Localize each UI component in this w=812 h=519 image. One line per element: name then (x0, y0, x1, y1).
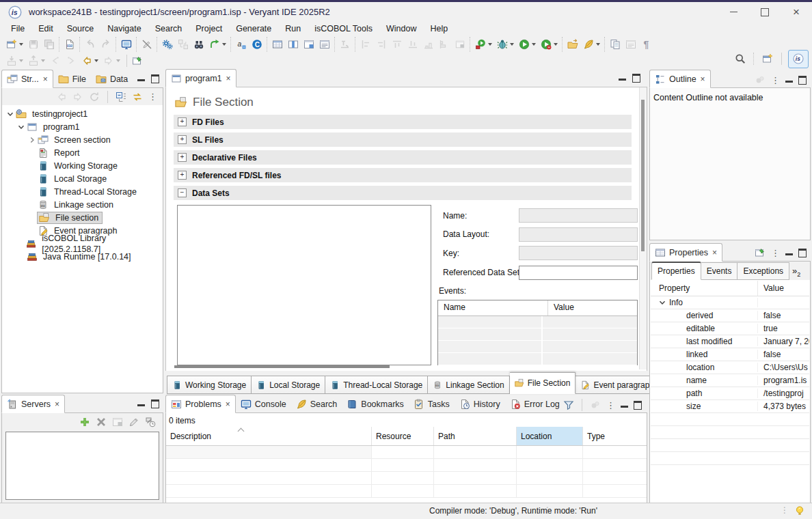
view-menu-button[interactable] (148, 92, 157, 101)
edit-server-button[interactable] (128, 417, 139, 427)
tab-working-storage[interactable]: Working Storage (167, 376, 252, 394)
col-location[interactable]: Location (517, 427, 583, 445)
scrollbar-thumb[interactable] (174, 365, 390, 368)
property-row[interactable]: nameprogram1.is (651, 374, 809, 387)
new-wizard-button[interactable] (3, 37, 19, 52)
align-right-button[interactable] (373, 37, 389, 52)
hints-button[interactable] (794, 505, 805, 516)
menu-edit[interactable]: Edit (31, 23, 60, 35)
col-type[interactable]: Type (583, 427, 638, 445)
menu-project[interactable]: Project (189, 23, 229, 35)
deploy-button[interactable] (175, 37, 191, 52)
key-field[interactable] (519, 246, 638, 260)
tree-item-working-storage[interactable]: Working Storage (2, 159, 163, 172)
data-sets-list[interactable] (177, 205, 431, 365)
copybook-button[interactable] (607, 37, 623, 52)
generate-dropdown[interactable] (222, 43, 226, 46)
forward-button[interactable] (100, 53, 116, 68)
next-edit-location-button[interactable] (63, 53, 79, 68)
tab-problems[interactable]: Problems (165, 395, 236, 413)
section-referenced-files[interactable]: + Referenced FD/SL files (174, 168, 632, 182)
align-left-button[interactable] (357, 37, 373, 52)
tree-item-project[interactable]: testingproject1 (2, 107, 163, 120)
tree-item-thread-local-storage[interactable]: Thread-Local Storage (2, 185, 163, 198)
events-table[interactable]: Name Value (437, 300, 638, 365)
window-minimize-button[interactable] (718, 2, 749, 22)
explorer-refresh-button[interactable] (89, 92, 100, 102)
collapse-all-button[interactable] (116, 92, 126, 102)
close-icon[interactable] (712, 248, 717, 257)
list-view-button[interactable] (316, 37, 332, 52)
referenced-data-sets-field[interactable] (519, 266, 638, 280)
resize-window-button[interactable] (452, 37, 468, 52)
menu-source[interactable]: Source (60, 23, 101, 35)
expand-icon[interactable]: + (178, 153, 187, 162)
iscobol-perspective-button[interactable] (788, 50, 809, 68)
section-fd-files[interactable]: + FD Files (174, 115, 632, 129)
tree-item-screen-section[interactable]: Screen section (2, 133, 163, 146)
previous-edit-location-button[interactable] (47, 53, 63, 68)
close-icon[interactable] (55, 399, 59, 409)
name-field[interactable] (519, 208, 638, 223)
iscobol-compiler-button[interactable] (249, 37, 265, 52)
tab-structure[interactable]: Str... (1, 70, 53, 88)
grid-view-button[interactable] (269, 37, 285, 52)
editor-horizontal-scrollbar[interactable] (167, 363, 638, 369)
maximize-view-button[interactable] (634, 401, 642, 410)
tree-item-linkage-section[interactable]: Linkage section (2, 198, 163, 211)
tab-console[interactable]: Console (236, 395, 291, 412)
chevron-right-icon[interactable] (27, 135, 38, 145)
run-remote-button[interactable] (538, 37, 554, 52)
minimize-view-button[interactable] (785, 78, 793, 83)
section-sl-files[interactable]: + SL Files (174, 132, 632, 147)
next-annotation-dropdown[interactable] (19, 59, 23, 62)
property-row[interactable]: derivedfalse (651, 309, 809, 322)
chevron-down-icon[interactable] (5, 109, 16, 119)
minimize-view-button[interactable] (621, 403, 628, 408)
minimize-view-button[interactable] (137, 76, 145, 81)
tab-file-section[interactable]: File Section (510, 372, 576, 394)
run-screen-button[interactable] (472, 37, 488, 52)
focus-button[interactable] (755, 74, 766, 85)
settings-button[interactable] (159, 37, 175, 52)
preview-toggle-button[interactable] (139, 37, 154, 52)
data-file-button[interactable] (62, 37, 77, 52)
maximize-view-button[interactable] (151, 399, 159, 408)
expand-icon[interactable]: + (178, 171, 187, 180)
filter-button[interactable] (563, 399, 574, 410)
chevron-down-icon[interactable] (658, 298, 667, 307)
tree-item-local-storage[interactable]: Local Storage (2, 172, 163, 185)
tab-thread-local-storage[interactable]: Thread-Local Storage (325, 376, 428, 394)
same-size-button[interactable] (436, 37, 452, 52)
server-debug-button[interactable] (145, 417, 156, 427)
explorer-back-button[interactable] (56, 92, 67, 102)
property-row[interactable]: linkedfalse (651, 348, 809, 361)
col-property[interactable]: Property (651, 281, 758, 296)
menu-run[interactable]: Run (278, 23, 308, 35)
focus-button[interactable] (590, 399, 601, 410)
tab-bookmarks[interactable]: Bookmarks (342, 395, 409, 412)
next-annotation-button[interactable] (3, 53, 19, 68)
property-row[interactable]: last modifiedJanuary 7, 20 (651, 335, 809, 348)
delete-server-button[interactable] (96, 417, 107, 427)
tab-properties[interactable]: Properties (651, 262, 701, 280)
servers-list[interactable] (5, 432, 159, 500)
editor-vertical-scrollbar[interactable] (639, 87, 647, 369)
menu-search[interactable]: Search (148, 23, 189, 35)
save-button[interactable] (25, 37, 41, 52)
previous-annotation-button[interactable] (25, 53, 41, 68)
generate-button[interactable] (206, 37, 222, 52)
align-top-button[interactable] (389, 37, 405, 52)
view-menu-button[interactable] (771, 249, 780, 257)
run-remote-dropdown[interactable] (554, 43, 558, 46)
close-icon[interactable] (701, 74, 705, 84)
expand-icon[interactable]: + (178, 117, 187, 126)
col-path[interactable]: Path (434, 427, 517, 445)
tree-item-program1[interactable]: program1 (2, 120, 163, 133)
debug-dropdown[interactable] (510, 43, 514, 46)
section-declarative-files[interactable]: + Declarative Files (174, 150, 632, 165)
property-row[interactable]: locationC:\Users\Us (651, 361, 809, 374)
col-value[interactable]: Value (758, 281, 784, 296)
maximize-editor-button[interactable] (632, 74, 640, 83)
match-width-button[interactable] (420, 37, 436, 52)
